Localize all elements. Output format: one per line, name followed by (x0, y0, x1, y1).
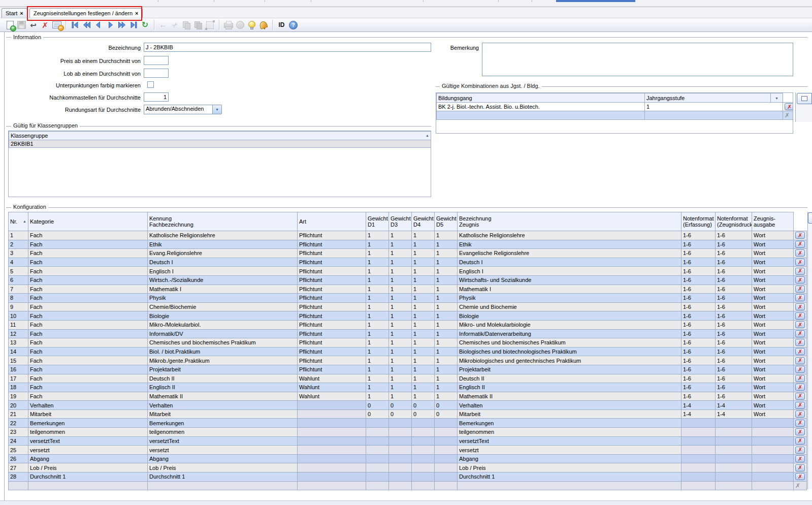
cell-gewicht-d5[interactable]: 1 (435, 365, 458, 374)
cell-gewicht-d3[interactable]: 1 (389, 294, 412, 303)
konfiguration-row[interactable]: 4FachDeutsch IPflichtunt1111Deutsch I1-6… (9, 258, 807, 267)
cell-kategorie[interactable]: Fach (28, 347, 148, 356)
cell-zeugnisausgabe[interactable]: Wort (752, 374, 794, 383)
cell-bezeichnung-zeugnis[interactable]: teilgenommen (458, 428, 681, 437)
cell-zeugnisausgabe[interactable]: Wort (752, 275, 794, 285)
cell-notenformat-erfassung[interactable]: 1-6 (681, 294, 716, 303)
cell-gewicht-d1[interactable]: 1 (366, 365, 389, 374)
cell-kennung[interactable]: Chemisches und biochemisches Praktikum (148, 338, 298, 348)
konfiguration-row[interactable]: 3FachEvang.ReligionslehrePflichtunt1111E… (9, 249, 807, 258)
rundungsart-select[interactable]: Abrunden/Abschneiden ▼ (144, 105, 222, 114)
cell-gewicht-d5[interactable]: 1 (435, 338, 458, 348)
cell-notenformat-erfassung[interactable]: 1-6 (681, 240, 716, 249)
delete-row-button[interactable]: ✗ (795, 286, 805, 293)
refresh-icon[interactable]: ↻ (139, 19, 151, 31)
cell-nr[interactable]: 13 (9, 338, 28, 348)
klassengruppen-row[interactable]: 2BKBIB1 (9, 140, 431, 148)
cell-bezeichnung-zeugnis[interactable]: Lob / Preis (458, 463, 681, 472)
cell-gewicht-d5[interactable]: 1 (435, 285, 458, 294)
preis-durchschnitt-input[interactable] (144, 56, 169, 65)
cell-gewicht-d1[interactable]: 1 (366, 258, 389, 267)
cell-notenformat-erfassung[interactable]: 1-6 (681, 285, 716, 294)
cell-zeugnisausgabe[interactable]: Wort (752, 240, 794, 249)
cell-art[interactable]: Wahlunt (298, 392, 366, 401)
cell-nr[interactable]: 12 (9, 329, 28, 338)
cell-bezeichnung-zeugnis[interactable]: Abgang (458, 454, 681, 463)
cell-gewicht-d5[interactable]: 1 (435, 240, 458, 249)
cell-notenformat-zeugnisdruck[interactable]: 1-6 (716, 267, 752, 276)
cell-gewicht-d3[interactable]: 1 (389, 258, 412, 267)
cell-nr[interactable]: 5 (9, 267, 28, 276)
cell-notenformat-erfassung[interactable]: 1-4 (681, 401, 716, 410)
cell-art[interactable]: Wahlunt (298, 374, 366, 383)
cell-kennung[interactable]: Deutsch II (148, 374, 298, 383)
cell-notenformat-erfassung[interactable]: 1-6 (681, 275, 716, 285)
cell-bezeichnung-zeugnis[interactable]: Englisch II (458, 383, 681, 392)
cell-notenformat-zeugnisdruck[interactable]: 1-6 (716, 240, 752, 249)
cell-gewicht-d3[interactable]: 1 (389, 231, 412, 240)
cell-art[interactable]: Pflichtunt (298, 267, 366, 276)
cell-bezeichnung-zeugnis[interactable]: Deutsch I (458, 258, 681, 267)
cell-gewicht-d5[interactable]: 1 (435, 294, 458, 303)
delete-row-button[interactable]: ✗ (795, 268, 805, 275)
delete-row-button[interactable]: ✗ (795, 437, 805, 445)
cell-nr[interactable]: 26 (9, 454, 28, 463)
cell-jahrgangsstufe[interactable]: 1 (645, 103, 783, 111)
cell-kategorie[interactable]: Fach (28, 231, 148, 240)
cell-gewicht-d4[interactable]: 1 (412, 320, 435, 329)
cell-nr[interactable]: 2 (9, 240, 28, 249)
cell-kategorie[interactable]: Durchschnitt 1 (28, 472, 148, 482)
delete-row-button[interactable]: ✗ (795, 420, 805, 427)
kombinationen-row[interactable]: BK 2-j. Biol.-techn. Assist. Bio. u.Biot… (437, 103, 793, 111)
cell-gewicht-d3[interactable]: 0 (389, 409, 412, 419)
bezeichnung-input[interactable] (144, 43, 431, 52)
konfiguration-row[interactable]: 14FachBiol. / biot.PraktikumPflichtunt11… (9, 347, 807, 356)
cell-gewicht-d3[interactable]: 1 (389, 329, 412, 338)
cell-art[interactable]: Pflichtunt (298, 249, 366, 258)
cell-nr[interactable]: 24 (9, 436, 28, 446)
cell-bezeichnung-zeugnis[interactable]: Verhalten (458, 401, 681, 410)
last-icon[interactable] (127, 19, 139, 31)
cell-bezeichnung-zeugnis[interactable]: Mathematik II (458, 392, 681, 401)
cell-art[interactable]: Pflichtunt (298, 294, 366, 303)
cell-gewicht-d4[interactable]: 1 (412, 392, 435, 401)
dataset-remove-icon[interactable] (51, 19, 62, 31)
konfiguration-header-nr-[interactable]: Nr.▲ (9, 212, 28, 231)
cell-gewicht-d4[interactable]: 1 (412, 258, 435, 267)
cell-notenformat-zeugnisdruck[interactable]: 1-6 (716, 302, 752, 311)
cell-gewicht-d1[interactable]: 1 (366, 374, 389, 383)
cell-kategorie[interactable]: Fach (28, 294, 148, 303)
cell-notenformat-erfassung[interactable]: 1-4 (681, 409, 716, 419)
cell-gewicht-d5[interactable]: 1 (435, 311, 458, 321)
cell-bezeichnung-zeugnis[interactable]: versetztText (458, 436, 681, 446)
id-icon[interactable]: ID (276, 19, 287, 31)
cell-nr[interactable]: 25 (9, 446, 28, 455)
konfiguration-row[interactable]: 10FachBiologiePflichtunt1111Biologie1-61… (9, 311, 807, 321)
cell-art[interactable]: Pflichtunt (298, 356, 366, 365)
cell-zeugnisausgabe[interactable]: Wort (752, 311, 794, 321)
cell-notenformat-erfassung[interactable]: 1-6 (681, 267, 716, 276)
cell-gewicht-d1[interactable]: 1 (366, 267, 389, 276)
konfiguration-row[interactable]: 27Lob / PreisLob / PreisLob / Preis✗ (9, 463, 807, 472)
konfiguration-row[interactable]: 26AbgangAbgangAbgang✗ (9, 454, 807, 463)
cell-gewicht-d1[interactable]: 1 (366, 392, 389, 401)
cell-kennung[interactable]: versetztText (148, 436, 298, 446)
konfiguration-row[interactable]: 1FachKatholische ReligionslehrePflichtun… (9, 231, 807, 240)
cell-kennung[interactable]: Katholische Religionslehre (148, 231, 298, 240)
cell-kennung[interactable]: Wirtsch.-/Sozialkunde (148, 275, 298, 285)
cell-nr[interactable]: 23 (9, 428, 28, 437)
cell-notenformat-erfassung[interactable]: 1-6 (681, 302, 716, 311)
cell-zeugnisausgabe[interactable]: Wort (752, 365, 794, 374)
delete-row-button[interactable]: ✗ (795, 303, 805, 310)
cell-notenformat-erfassung[interactable]: 1-6 (681, 258, 716, 267)
cell-nr[interactable]: 11 (9, 320, 28, 329)
konfiguration-row[interactable]: 8FachPhysikPflichtunt1111Physik1-61-6Wor… (9, 294, 807, 303)
cell-bezeichnung-zeugnis[interactable]: Ethik (458, 240, 681, 249)
cell-nr[interactable]: 4 (9, 258, 28, 267)
delete-row-button[interactable]: ✗ (785, 103, 793, 110)
cell-gewicht-d3[interactable]: 1 (389, 383, 412, 392)
delete-row-button[interactable]: ✗ (795, 312, 805, 320)
delete-row-button[interactable]: ✗ (795, 428, 805, 435)
konfiguration-header-gewichtd3[interactable]: GewichtD3 (389, 212, 412, 231)
cell-kategorie[interactable]: Fach (28, 302, 148, 311)
